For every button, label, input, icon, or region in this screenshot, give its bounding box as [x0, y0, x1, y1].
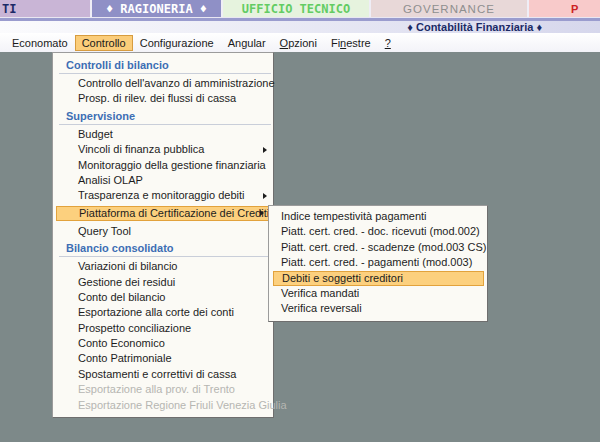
menubar-item-controllo[interactable]: Controllo [75, 35, 133, 51]
menu-item-label: Piattaforma di Certificazione dei Credit… [79, 207, 269, 219]
submenu-arrow-icon [260, 210, 264, 216]
menu-item-label: Variazioni di bilancio [78, 260, 177, 272]
menu-item-esportazione-alla-corte-dei-conti[interactable]: Esportazione alla corte dei conti [53, 305, 273, 320]
menu-item-esportazione-alla-prov-di-trento: Esportazione alla prov. di Trento [53, 382, 273, 397]
submenu-item-piatt-cert-cred-doc-ricevuti-mod-002[interactable]: Piatt. cert. cred. - doc. ricevuti (mod.… [269, 224, 487, 239]
menubar-item-text: O [280, 37, 289, 49]
menubar-item-opzioni[interactable]: Opzioni [273, 35, 324, 51]
module-tabbar: TI♦ RAGIONERIA ♦UFFICIO TECNICOGOVERNANC… [0, 0, 600, 17]
tab-ti[interactable]: TI [0, 0, 90, 17]
menu-item-label: Controllo dell'avanzo di amministrazione [78, 77, 275, 89]
menubar-item-text: estre [346, 37, 370, 49]
menu-item-label: Monitoraggio della gestione finanziaria [78, 159, 266, 171]
menu-item-label: Verifica reversali [281, 302, 362, 314]
menubar-item-configurazione[interactable]: Configurazione [133, 35, 221, 51]
menu-item-label: Gestione dei residui [78, 276, 175, 288]
menu-item-label: Spostamenti e correttivi di cassa [78, 368, 236, 380]
tab-ragioneria[interactable]: ♦ RAGIONERIA ♦ [90, 0, 221, 17]
menu-item-analisi-olap[interactable]: Analisi OLAP [53, 173, 273, 188]
menu-item-label: Conto Economico [78, 337, 165, 349]
section-rule [59, 124, 271, 125]
menu-item-label: Prospetto conciliazione [78, 322, 191, 334]
menu-item-label: Debiti e soggetti creditori [282, 272, 403, 284]
menu-item-label: Esportazione Regione Friuli Venezia Giul… [78, 399, 287, 411]
menubar-item-text: Controllo [82, 37, 126, 49]
submenu-item-piatt-cert-cred-scadenze-mod-003-cs[interactable]: Piatt. cert. cred. - scadenze (mod.003 C… [269, 240, 487, 255]
submenu-item-verifica-reversali[interactable]: Verifica reversali [269, 301, 487, 316]
certificazione-crediti-submenu: Indice tempestività pagamentiPiatt. cert… [268, 205, 488, 322]
menu-item-variazioni-di-bilancio[interactable]: Variazioni di bilancio [53, 259, 273, 274]
tab-label: TI [2, 2, 16, 16]
menubar: EconomatoControlloConfigurazioneAngularO… [0, 33, 600, 53]
menu-item-label: Piatt. cert. cred. - pagamenti (mod.003) [281, 256, 472, 268]
menu-item-label: Esportazione alla corte dei conti [78, 306, 234, 318]
submenu-arrow-icon [263, 147, 267, 153]
menu-item-label: Piatt. cert. cred. - doc. ricevuti (mod.… [281, 225, 480, 237]
menubar-item-text: pzioni [288, 37, 317, 49]
menu-item-trasparenza-e-monitoraggio-debiti[interactable]: Trasparenza e monitoraggio debiti [53, 188, 273, 203]
tab-label: ♦ RAGIONERIA ♦ [106, 2, 207, 16]
tab-label: P [571, 3, 578, 15]
tab-ufficio-tecnico[interactable]: UFFICIO TECNICO [221, 0, 369, 17]
menu-item-label: Conto Patrimoniale [78, 352, 172, 364]
submenu-arrow-icon [263, 193, 267, 199]
menubar-item-text: Angular [228, 37, 266, 49]
menu-item-label: Trasparenza e monitoraggio debiti [78, 189, 245, 201]
menu-section-header-bilancio-consolidato: Bilancio consolidato [53, 239, 273, 255]
menu-item-label: Budget [78, 128, 113, 140]
subtitle-bar: ♦ Contabilità Finanziaria ♦ [0, 21, 600, 33]
menu-item-monitoraggio-della-gestione-finanziaria[interactable]: Monitoraggio della gestione finanziaria [53, 158, 273, 173]
tab-p[interactable]: P [527, 0, 600, 17]
tab-governance[interactable]: GOVERNANCE [369, 0, 527, 17]
active-module-title: ♦ Contabilità Finanziaria ♦ [407, 21, 542, 33]
menu-item-label: Query Tool [78, 225, 131, 237]
menu-item-gestione-dei-residui[interactable]: Gestione dei residui [53, 275, 273, 290]
menubar-item-text: ? [385, 37, 391, 49]
menu-item-label: Esportazione alla prov. di Trento [78, 383, 235, 395]
menubar-item-text: Economato [12, 37, 68, 49]
menu-item-label: Conto del bilancio [78, 291, 165, 303]
menu-item-label: Piatt. cert. cred. - scadenze (mod.003 C… [281, 241, 486, 253]
menu-item-piattaforma-di-certificazione-dei-crediti[interactable]: Piattaforma di Certificazione dei Credit… [56, 206, 271, 221]
tab-label: UFFICIO TECNICO [242, 2, 350, 16]
menu-item-prosp-di-rilev-dei-flussi-di-cassa[interactable]: Prosp. di rilev. dei flussi di cassa [53, 91, 273, 106]
menu-item-label: Verifica mandati [281, 287, 359, 299]
menubar-item-economato[interactable]: Economato [5, 35, 75, 51]
menu-item-conto-patrimoniale[interactable]: Conto Patrimoniale [53, 351, 273, 366]
menu-item-controllo-dell-avanzo-di-amministrazione[interactable]: Controllo dell'avanzo di amministrazione [53, 76, 273, 91]
tab-label: GOVERNANCE [403, 3, 495, 15]
menu-item-label: Vincoli di finanza pubblica [78, 143, 204, 155]
menu-item-vincoli-di-finanza-pubblica[interactable]: Vincoli di finanza pubblica [53, 142, 273, 157]
submenu-item-indice-tempestivit-pagamenti[interactable]: Indice tempestività pagamenti [269, 209, 487, 224]
menu-item-prospetto-conciliazione[interactable]: Prospetto conciliazione [53, 321, 273, 336]
submenu-item-piatt-cert-cred-pagamenti-mod-003[interactable]: Piatt. cert. cred. - pagamenti (mod.003) [269, 255, 487, 270]
menubar-item-finestre[interactable]: Finestre [324, 35, 378, 51]
menu-item-budget[interactable]: Budget [53, 127, 273, 142]
menu-item-label: Indice tempestività pagamenti [281, 210, 427, 222]
controllo-dropdown-menu: Controlli di bilancioControllo dell'avan… [52, 52, 274, 418]
section-rule [59, 73, 271, 74]
menu-item-conto-economico[interactable]: Conto Economico [53, 336, 273, 351]
menubar-item-text: Fi [331, 37, 340, 49]
menu-section-header-controlli-di-bilancio: Controlli di bilancio [53, 56, 273, 72]
menu-item-label: Analisi OLAP [78, 174, 143, 186]
submenu-item-verifica-mandati[interactable]: Verifica mandati [269, 286, 487, 301]
menubar-item-text: Configurazione [140, 37, 214, 49]
menu-item-esportazione-regione-friuli-venezia-giulia: Esportazione Regione Friuli Venezia Giul… [53, 398, 273, 413]
section-rule [59, 256, 271, 257]
menu-section-header-supervisione: Supervisione [53, 107, 273, 123]
menu-item-query-tool[interactable]: Query Tool [53, 224, 273, 239]
menubar-item-help[interactable]: ? [378, 35, 398, 51]
submenu-item-debiti-e-soggetti-creditori[interactable]: Debiti e soggetti creditori [273, 271, 484, 286]
menu-item-label: Prosp. di rilev. dei flussi di cassa [78, 92, 236, 104]
menubar-item-angular[interactable]: Angular [221, 35, 273, 51]
menu-item-conto-del-bilancio[interactable]: Conto del bilancio [53, 290, 273, 305]
menu-item-spostamenti-e-correttivi-di-cassa[interactable]: Spostamenti e correttivi di cassa [53, 367, 273, 382]
